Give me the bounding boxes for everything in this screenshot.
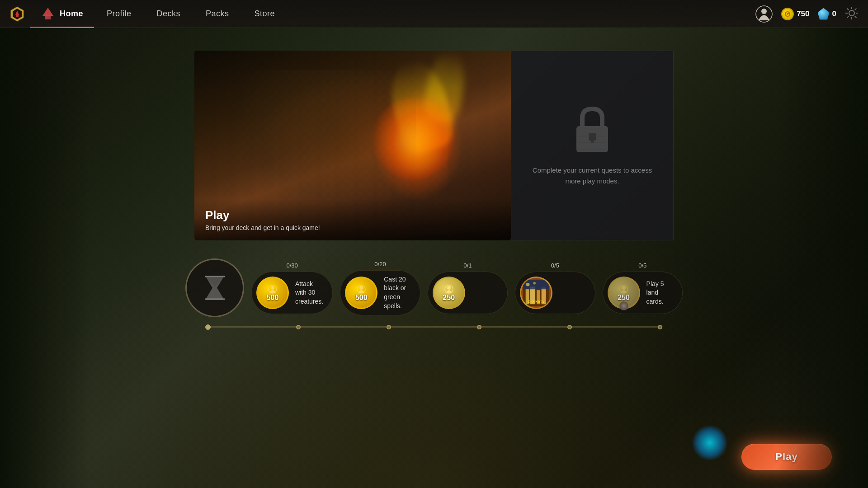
svg-line-16	[855, 16, 857, 18]
svg-point-46	[622, 286, 626, 290]
tab-decks[interactable]: Decks	[144, 0, 193, 28]
svg-rect-21	[591, 137, 594, 143]
svg-point-32	[359, 286, 363, 290]
tab-store[interactable]: Store	[242, 0, 288, 28]
quest-land-amount: 250	[618, 294, 630, 301]
lock-icon-container	[570, 104, 615, 154]
svg-point-30	[271, 286, 274, 290]
panels-row: Play Bring your deck and get in a quick …	[194, 51, 674, 240]
quest-pw-progress: 0/1	[463, 262, 472, 269]
svg-text:RAVNICA: RAVNICA	[528, 300, 544, 304]
svg-line-17	[855, 8, 857, 10]
svg-rect-5	[45, 15, 51, 19]
progress-start-marker	[205, 324, 211, 330]
tab-home-label: Home	[60, 9, 83, 19]
timer-icon	[201, 274, 228, 301]
cyan-glow-effect	[692, 425, 728, 461]
gem-icon	[818, 8, 830, 20]
svg-point-43	[533, 282, 536, 285]
svg-text:G: G	[786, 12, 789, 17]
quest-cast-reward-coin: 500	[345, 277, 377, 309]
coin-symbol: G	[784, 10, 791, 18]
play-text-overlay: Play Bring your deck and get in a quick …	[194, 199, 511, 240]
progress-dot-1	[296, 325, 301, 329]
tab-home[interactable]: Home	[30, 0, 94, 28]
quest-planeswalker[interactable]: 0/1 250	[428, 272, 508, 314]
gem-amount: 0	[832, 9, 836, 19]
progress-dot-2	[387, 325, 391, 329]
gold-currency[interactable]: G 750	[781, 8, 809, 20]
gold-coin-icon: G	[781, 8, 794, 20]
settings-icon	[844, 6, 859, 20]
planeswalker-icon	[755, 5, 773, 23]
quest-attack-reward-coin: 500	[256, 277, 289, 309]
svg-point-7	[761, 9, 767, 14]
svg-point-34	[447, 286, 451, 290]
tab-decks-label: Decks	[157, 9, 181, 19]
daily-quest-timer	[185, 258, 244, 317]
quest-cast-spells[interactable]: 0/20 500 Cast 20 black or green spells.	[340, 270, 420, 315]
gold-amount: 750	[797, 9, 809, 19]
tab-store-label: Store	[255, 9, 275, 19]
gem-currency[interactable]: 0	[818, 8, 836, 20]
svg-marker-28	[206, 277, 224, 287]
tab-packs[interactable]: Packs	[193, 0, 242, 28]
mtg-logo-icon	[9, 6, 25, 22]
nav-tabs: Home Profile Decks Packs Store	[30, 0, 288, 28]
logo-area	[9, 6, 25, 22]
svg-rect-3	[16, 14, 19, 17]
planeswalker-quest-icon	[444, 284, 454, 294]
quest-pw-amount: 250	[443, 294, 455, 301]
progress-dot-3	[477, 325, 481, 329]
quest-cast-progress: 0/20	[374, 261, 386, 267]
tab-profile[interactable]: Profile	[94, 0, 144, 28]
home-icon	[41, 7, 55, 21]
lock-panel-text: Complete your current quests to access m…	[511, 165, 673, 187]
gold-planeswalker-icon-2	[356, 284, 366, 294]
gold-planeswalker-icon	[268, 284, 278, 294]
tab-profile-label: Profile	[107, 9, 132, 19]
tab-packs-label: Packs	[206, 9, 229, 19]
quest-cast-amount: 500	[355, 294, 368, 301]
quest-attack-description: Attack with 30 creatures.	[295, 280, 323, 306]
progress-bar-section	[208, 326, 660, 328]
progress-line	[208, 326, 660, 328]
lock-panel[interactable]: Complete your current quests to access m…	[511, 51, 674, 240]
navbar: Home Profile Decks Packs Store G	[0, 0, 868, 28]
svg-line-15	[847, 8, 849, 10]
svg-marker-4	[42, 8, 53, 16]
svg-point-42	[526, 283, 530, 286]
card-art-icon: RAVNICA	[521, 277, 551, 308]
quest-attack-amount: 500	[267, 294, 279, 301]
quest-cast-description: Cast 20 black or green spells.	[384, 275, 410, 310]
play-panel-title: Play	[205, 208, 500, 222]
quest-land-reward-coin: 250	[608, 277, 640, 309]
quest-land-progress: 0/5	[638, 262, 646, 269]
svg-point-10	[849, 10, 854, 16]
play-panel[interactable]: Play Bring your deck and get in a quick …	[194, 51, 511, 240]
land-quest-icon	[619, 284, 629, 294]
quest-land-description: Play 5 land cards.	[646, 280, 673, 306]
quest-attack-progress: 0/30	[286, 262, 297, 269]
quest-card-progress: 0/5	[551, 262, 559, 269]
quests-bar: 0/30 500 Attack with 30 creatures. 0/20	[185, 258, 683, 317]
progress-dot-5	[658, 325, 662, 329]
quest-card-art[interactable]: 0/5 RAVNICA	[515, 272, 595, 314]
main-content: Play Bring your deck and get in a quick …	[0, 28, 868, 488]
play-panel-subtitle: Bring your deck and get in a quick game!	[205, 224, 500, 231]
svg-line-18	[847, 16, 849, 18]
quest-card-reward: RAVNICA	[520, 277, 552, 309]
progress-dot-4	[567, 325, 572, 329]
quest-pw-reward-coin: 250	[433, 277, 465, 309]
lock-icon	[570, 104, 615, 154]
fire-glow-effect	[373, 89, 463, 202]
nav-right: G 750 0	[755, 5, 859, 23]
quest-land-cards[interactable]: 0/5 250 Play 5 land cards.	[603, 272, 683, 314]
quest-attack-creatures[interactable]: 0/30 500 Attack with 30 creatures.	[251, 272, 333, 314]
settings-button[interactable]	[844, 6, 859, 22]
